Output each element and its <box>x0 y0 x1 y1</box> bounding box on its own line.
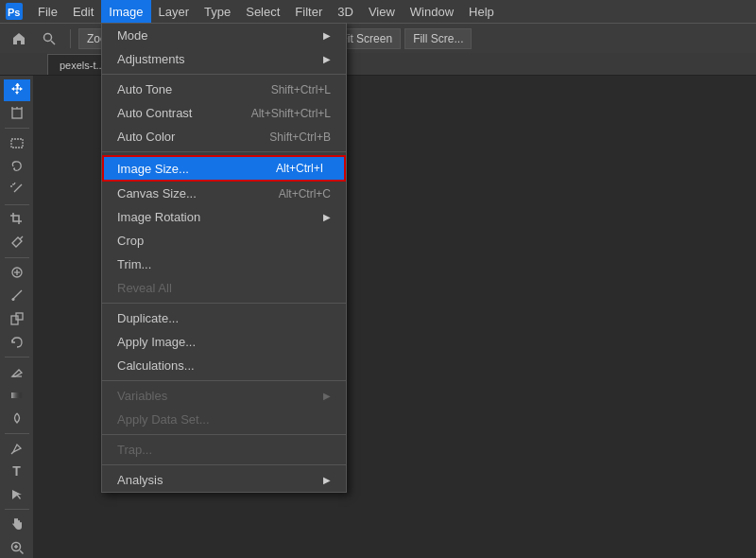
menu-type[interactable]: Type <box>197 0 238 23</box>
menu-item-canvas-size[interactable]: Canvas Size... Alt+Ctrl+C <box>102 182 346 205</box>
menu-filter[interactable]: Filter <box>287 0 330 23</box>
tool-eraser[interactable] <box>4 361 30 383</box>
trap-label: Trap... <box>117 443 331 457</box>
tool-gradient[interactable] <box>4 384 30 406</box>
tool-marquee[interactable] <box>4 132 30 154</box>
fill-screen-btn[interactable]: Fill Scre... <box>404 28 472 49</box>
svg-line-9 <box>14 184 22 192</box>
analysis-arrow-icon: ▶ <box>323 475 331 485</box>
menu-item-image-rotation[interactable]: Image Rotation ▶ <box>102 205 346 229</box>
menu-file[interactable]: File <box>30 0 65 23</box>
variables-arrow-icon: ▶ <box>323 391 331 401</box>
toolbar-sep-1 <box>70 29 71 48</box>
tool-blur[interactable] <box>4 408 30 429</box>
calculations-label: Calculations... <box>117 358 331 373</box>
menu-3d[interactable]: 3D <box>330 0 361 23</box>
menu-item-variables: Variables ▶ <box>102 384 346 408</box>
search-button[interactable] <box>36 26 62 52</box>
menu-sep-1 <box>102 74 346 75</box>
menu-item-adjustments-label: Adjustments <box>117 52 314 66</box>
image-rotation-label: Image Rotation <box>117 210 314 224</box>
menu-select[interactable]: Select <box>238 0 287 23</box>
tool-pen[interactable] <box>4 437 30 459</box>
tool-history-brush[interactable] <box>4 331 30 353</box>
auto-color-shortcut: Shift+Ctrl+B <box>269 131 331 144</box>
menu-item-reveal-all: Reveal All <box>102 276 346 300</box>
tool-zoom[interactable] <box>4 537 30 558</box>
menu-item-auto-color[interactable]: Auto Color Shift+Ctrl+B <box>102 125 346 148</box>
svg-line-24 <box>20 550 24 554</box>
home-button[interactable] <box>6 26 32 52</box>
menu-item-trim[interactable]: Trim... <box>102 253 346 276</box>
image-size-shortcut: Alt+Ctrl+I <box>268 160 331 177</box>
tool-path-select[interactable] <box>4 484 30 506</box>
menu-item-adjustments[interactable]: Adjustments ▶ <box>102 47 346 71</box>
trim-label: Trim... <box>117 257 331 271</box>
tool-brush[interactable] <box>4 285 30 306</box>
analysis-label: Analysis <box>117 473 314 487</box>
apply-image-label: Apply Image... <box>117 335 331 349</box>
tool-eyedropper[interactable] <box>4 232 30 253</box>
variables-label: Variables <box>117 389 314 403</box>
auto-color-label: Auto Color <box>117 130 250 144</box>
menu-item-image-size[interactable]: Image Size... Alt+Ctrl+I <box>102 155 346 182</box>
canvas-size-label: Canvas Size... <box>117 186 260 201</box>
svg-line-12 <box>14 183 15 184</box>
menu-item-auto-contrast[interactable]: Auto Contrast Alt+Shift+Ctrl+L <box>102 101 346 125</box>
crop-label: Crop <box>117 234 331 248</box>
tool-clone[interactable] <box>4 308 30 330</box>
menu-view[interactable]: View <box>361 0 403 23</box>
menu-item-apply-image[interactable]: Apply Image... <box>102 330 346 354</box>
svg-rect-4 <box>12 109 22 118</box>
tool-hand[interactable] <box>4 514 30 535</box>
menubar: Ps File Edit Image Layer Type Select Fil… <box>0 0 756 23</box>
svg-rect-21 <box>11 392 23 398</box>
tab-filename: pexels-t... <box>60 60 105 71</box>
menu-sep-5 <box>102 434 346 435</box>
menu-image[interactable]: Image <box>101 0 150 23</box>
svg-rect-8 <box>11 139 23 148</box>
menu-sep-2 <box>102 151 346 152</box>
menu-item-mode-label: Mode <box>117 28 314 43</box>
svg-point-2 <box>44 33 52 41</box>
tool-crop[interactable] <box>4 209 30 231</box>
tool-heal[interactable] <box>4 262 30 284</box>
tool-sep-1 <box>5 128 29 129</box>
ps-logo[interactable]: Ps <box>4 1 25 22</box>
tool-artboard[interactable] <box>4 103 30 125</box>
tool-move[interactable] <box>4 79 30 101</box>
tool-sep-5 <box>5 433 29 434</box>
tool-sep-3 <box>5 257 29 258</box>
menu-edit[interactable]: Edit <box>65 0 101 23</box>
tool-type[interactable]: T <box>4 461 30 482</box>
auto-tone-shortcut: Shift+Ctrl+L <box>271 83 331 96</box>
image-menu: Mode ▶ Adjustments ▶ Auto Tone Shift+Ctr… <box>101 23 347 493</box>
menu-item-mode[interactable]: Mode ▶ <box>102 24 346 47</box>
svg-line-13 <box>20 236 23 239</box>
tool-magic-wand[interactable] <box>4 179 30 201</box>
menu-item-duplicate[interactable]: Duplicate... <box>102 306 346 330</box>
svg-text:Ps: Ps <box>8 7 20 18</box>
auto-tone-label: Auto Tone <box>117 82 252 96</box>
menu-item-calculations[interactable]: Calculations... <box>102 354 346 377</box>
menu-item-auto-tone[interactable]: Auto Tone Shift+Ctrl+L <box>102 78 346 101</box>
tool-lasso[interactable] <box>4 156 30 178</box>
tools-sidebar: T <box>0 76 34 558</box>
image-size-label: Image Size... <box>117 162 268 176</box>
menu-window[interactable]: Window <box>403 0 461 23</box>
menu-sep-4 <box>102 380 346 381</box>
mode-arrow-icon: ▶ <box>323 30 331 41</box>
auto-contrast-shortcut: Alt+Shift+Ctrl+L <box>251 107 331 120</box>
menu-item-analysis[interactable]: Analysis ▶ <box>102 468 346 492</box>
auto-contrast-label: Auto Contrast <box>117 106 232 120</box>
svg-line-3 <box>51 41 55 44</box>
canvas-size-shortcut: Alt+Ctrl+C <box>279 187 331 201</box>
image-rotation-arrow-icon: ▶ <box>323 212 331 222</box>
menu-layer[interactable]: Layer <box>151 0 198 23</box>
menu-help[interactable]: Help <box>461 0 502 23</box>
duplicate-label: Duplicate... <box>117 311 331 325</box>
tool-sep-6 <box>5 509 29 510</box>
menu-sep-3 <box>102 303 346 304</box>
menu-item-crop[interactable]: Crop <box>102 229 346 253</box>
menu-item-trap: Trap... <box>102 438 346 462</box>
